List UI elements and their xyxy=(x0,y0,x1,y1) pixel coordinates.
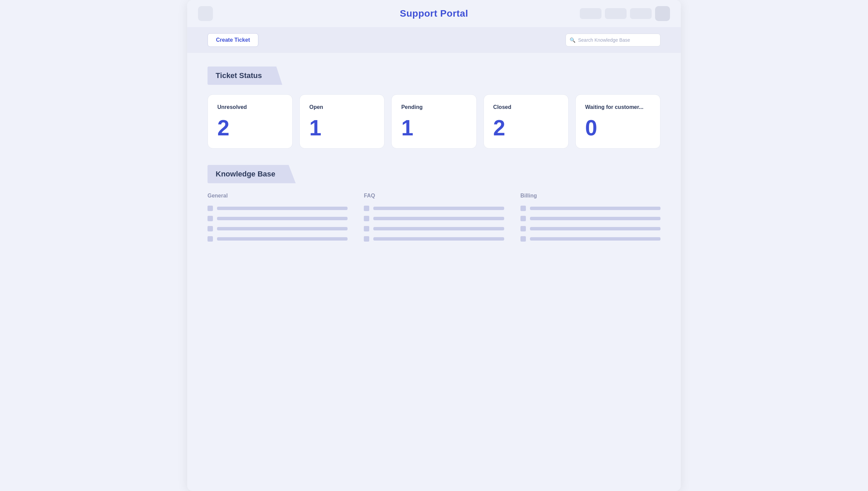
kb-item-text xyxy=(373,227,504,230)
kb-items-faq xyxy=(364,206,504,242)
status-card-waiting-for-customer...[interactable]: Waiting for customer... 0 xyxy=(575,94,660,149)
kb-list-item[interactable] xyxy=(520,206,660,211)
kb-item-icon xyxy=(208,236,213,242)
kb-column-faq: FAQ xyxy=(364,193,504,242)
kb-item-text xyxy=(217,237,348,241)
status-card-value: 1 xyxy=(401,117,467,139)
kb-item-text xyxy=(530,227,660,230)
status-card-value: 2 xyxy=(217,117,283,139)
toolbar: Create Ticket 🔍 xyxy=(187,27,681,53)
kb-item-text xyxy=(217,207,348,210)
nav-button-1[interactable] xyxy=(580,8,601,19)
kb-list-item[interactable] xyxy=(364,216,504,221)
kb-column-general: General xyxy=(208,193,348,242)
kb-item-icon xyxy=(520,236,526,242)
kb-list-item[interactable] xyxy=(520,216,660,221)
header: Support Portal xyxy=(187,0,681,27)
menu-button[interactable] xyxy=(198,6,213,21)
kb-column-title-faq: FAQ xyxy=(364,193,504,199)
ticket-status-title: Ticket Status xyxy=(216,71,262,80)
kb-item-icon xyxy=(364,226,369,231)
user-avatar-button[interactable] xyxy=(655,6,670,21)
kb-item-text xyxy=(217,227,348,230)
search-container: 🔍 xyxy=(566,34,660,46)
kb-item-text xyxy=(373,207,504,210)
kb-list-item[interactable] xyxy=(208,216,348,221)
kb-list-item[interactable] xyxy=(208,206,348,211)
kb-item-icon xyxy=(520,216,526,221)
kb-item-text xyxy=(530,237,660,241)
main-content: Ticket Status Unresolved 2 Open 1 Pendin… xyxy=(187,53,681,255)
kb-item-icon xyxy=(364,216,369,221)
kb-list-item[interactable] xyxy=(364,226,504,231)
kb-list-item[interactable] xyxy=(520,226,660,231)
kb-item-text xyxy=(217,217,348,220)
kb-list-item[interactable] xyxy=(208,236,348,242)
kb-column-title-general: General xyxy=(208,193,348,199)
status-cards-container: Unresolved 2 Open 1 Pending 1 Closed 2 W… xyxy=(208,94,660,149)
ticket-status-section: Ticket Status Unresolved 2 Open 1 Pendin… xyxy=(208,67,660,149)
nav-button-2[interactable] xyxy=(605,8,627,19)
status-card-label: Waiting for customer... xyxy=(585,104,651,110)
kb-list-item[interactable] xyxy=(520,236,660,242)
status-card-closed[interactable]: Closed 2 xyxy=(484,94,569,149)
kb-item-icon xyxy=(208,226,213,231)
status-card-open[interactable]: Open 1 xyxy=(299,94,384,149)
kb-column-title-billing: Billing xyxy=(520,193,660,199)
kb-item-icon xyxy=(208,206,213,211)
status-card-label: Unresolved xyxy=(217,104,283,110)
kb-list-item[interactable] xyxy=(364,236,504,242)
app-container: Support Portal Create Ticket 🔍 Ticket St… xyxy=(187,0,681,491)
knowledge-base-header: Knowledge Base xyxy=(208,165,296,183)
kb-item-icon xyxy=(520,206,526,211)
kb-item-text xyxy=(530,207,660,210)
kb-item-icon xyxy=(364,206,369,211)
create-ticket-button[interactable]: Create Ticket xyxy=(208,33,258,47)
status-card-value: 1 xyxy=(309,117,375,139)
knowledge-base-section: Knowledge Base GeneralFAQBilling xyxy=(208,165,660,242)
status-card-pending[interactable]: Pending 1 xyxy=(391,94,476,149)
status-card-unresolved[interactable]: Unresolved 2 xyxy=(208,94,293,149)
kb-items-billing xyxy=(520,206,660,242)
header-right xyxy=(580,6,670,21)
nav-button-3[interactable] xyxy=(630,8,652,19)
kb-item-text xyxy=(530,217,660,220)
kb-items-general xyxy=(208,206,348,242)
kb-item-icon xyxy=(208,216,213,221)
search-knowledge-base-input[interactable] xyxy=(566,34,660,46)
header-left xyxy=(198,6,213,21)
kb-item-text xyxy=(373,217,504,220)
knowledge-base-title: Knowledge Base xyxy=(216,170,275,178)
kb-item-icon xyxy=(364,236,369,242)
kb-list-item[interactable] xyxy=(364,206,504,211)
kb-item-text xyxy=(373,237,504,241)
kb-list-item[interactable] xyxy=(208,226,348,231)
status-card-label: Pending xyxy=(401,104,467,110)
page-title: Support Portal xyxy=(400,8,468,19)
status-card-label: Open xyxy=(309,104,375,110)
status-card-value: 0 xyxy=(585,117,651,139)
status-card-value: 2 xyxy=(493,117,559,139)
knowledge-base-grid: GeneralFAQBilling xyxy=(208,193,660,242)
status-card-label: Closed xyxy=(493,104,559,110)
kb-item-icon xyxy=(520,226,526,231)
ticket-status-header: Ticket Status xyxy=(208,67,282,85)
kb-column-billing: Billing xyxy=(520,193,660,242)
